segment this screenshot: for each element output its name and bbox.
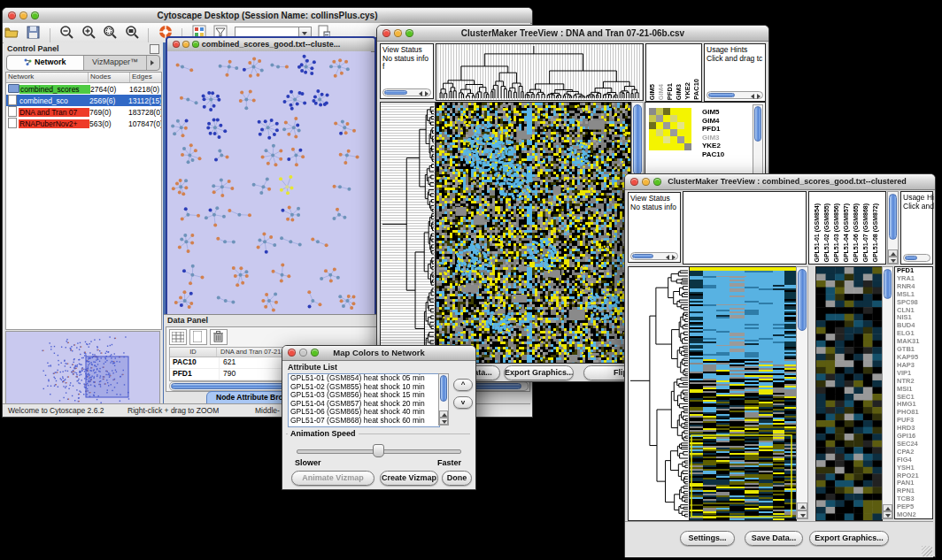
close-icon[interactable]	[288, 349, 296, 357]
network-view-canvas[interactable]	[167, 51, 371, 318]
animate-vizmap-button[interactable]: Animate Vizmap	[291, 471, 374, 486]
open-file-icon[interactable]	[4, 26, 19, 41]
network-nodes-count: 2764(0)	[90, 85, 129, 94]
create-vizmap-button[interactable]: Create Vizmap	[380, 471, 438, 486]
new-attribute-icon[interactable]	[189, 329, 207, 345]
faster-label: Faster	[437, 458, 461, 467]
tv2-usage-hscrollbar[interactable]	[903, 254, 930, 262]
delete-attribute-trash-icon[interactable]	[210, 329, 228, 345]
tv2-gene-list[interactable]: PFD1YRA1RNR4MSL1SPC98CLN1NIS1BUD4ELG1MAK…	[894, 266, 933, 519]
zoom-in-icon[interactable]	[81, 25, 97, 40]
tv1-column-labels-panel[interactable]: GIM5GIM4PFD1GIM3YKE2PAC10	[645, 43, 702, 102]
tv1-heatmap[interactable]	[436, 102, 631, 364]
attribute-item[interactable]: GPL51-06 (GSM865) heat shock 40 min	[289, 408, 439, 417]
move-up-button[interactable]: ^	[453, 379, 473, 391]
attribute-item[interactable]: GPL51-02 (GSM855) heat shock 10 min	[289, 383, 439, 392]
tv2-zoom-vscrollbar[interactable]	[882, 266, 893, 519]
zoom-selected-icon[interactable]	[102, 25, 118, 40]
animation-speed-group: Animation Speed Slower Faster	[286, 433, 470, 470]
tv2-status-hscrollbar[interactable]	[630, 252, 678, 260]
network-table-header: Network Nodes Edges	[6, 73, 161, 83]
control-panel: Control Panel Network VizMapper™ Network…	[4, 42, 164, 403]
tab-vizmapper[interactable]: VizMapper™	[84, 56, 146, 70]
table-mode-icon[interactable]	[169, 329, 187, 345]
tv1-row-label: GIM5	[702, 108, 724, 117]
export-graphics-button[interactable]: Export Graphics...	[504, 365, 574, 380]
attribute-item[interactable]: GPL51-01 (GSM854) heat shock 05 min	[289, 374, 439, 383]
network-list-row[interactable]: combined_scores2764(0)16218(0)	[6, 83, 161, 95]
network-name: combined_scores	[19, 85, 90, 94]
treeview1-titlebar[interactable]: ClusterMaker TreeView : DNA and Tran 07-…	[377, 26, 768, 42]
dp-col-id[interactable]: ID	[170, 348, 217, 357]
view-status-text: No status info	[630, 203, 676, 211]
float-panel-icon[interactable]	[150, 44, 159, 54]
tv1-status-hscrollbar[interactable]	[382, 88, 431, 96]
usage-hints-text: Click and	[903, 202, 934, 211]
zoom-out-icon[interactable]	[58, 25, 74, 40]
tv2-heatmap[interactable]	[689, 266, 797, 521]
status-zoom-hint: Right-click + drag to ZOOM	[127, 406, 219, 415]
tv1-row-dendrogram[interactable]	[380, 102, 436, 364]
attribute-list-label: Attribute List	[288, 363, 337, 372]
close-icon[interactable]	[630, 178, 638, 186]
tv2-column-label: GPL51-04 (GSM857)	[841, 203, 851, 263]
tv1-column-dendrogram[interactable]	[436, 43, 644, 101]
save-data-button[interactable]: Save Data...	[745, 531, 803, 546]
network-nodes-count: 769(0)	[89, 108, 128, 117]
tv2-heatmap-vscrollbar[interactable]	[796, 266, 808, 519]
done-button[interactable]: Done	[442, 471, 472, 486]
tab-network[interactable]: Network	[7, 56, 84, 70]
tv2-zoom-heatmap[interactable]	[815, 266, 883, 521]
save-icon[interactable]	[25, 26, 41, 41]
network-list-row[interactable]: DNA and Tran 07769(0)183728(0)	[6, 106, 161, 118]
attribute-list[interactable]: GPL51-01 (GSM854) heat shock 05 minGPL51…	[288, 373, 440, 427]
tv1-zoom-matrix[interactable]	[649, 108, 691, 150]
col-header-network[interactable]: Network	[6, 73, 89, 82]
tv2-row-dendrogram[interactable]	[628, 266, 690, 521]
network-list-row[interactable]: RNAPuberNov2+563(0)107847(0)	[6, 118, 161, 129]
tv1-view-status-panel: View StatusNo status info f	[380, 43, 434, 99]
close-icon[interactable]	[173, 41, 180, 48]
dialog-title: Map Colors to Network	[304, 348, 454, 357]
zoom-fit-icon[interactable]	[124, 25, 140, 40]
tv2-column-label: GPL51-07 (GSM868)	[861, 203, 870, 263]
tv1-row-label: GIM3	[702, 134, 724, 142]
tab-overflow-button[interactable]	[146, 56, 159, 70]
close-icon[interactable]	[382, 29, 390, 37]
resize-grip[interactable]	[922, 546, 932, 556]
tv2-column-labels-panel[interactable]: GPL51-01 (GSM854)GPL51-02 (GSM855)GPL51-…	[808, 191, 886, 265]
network-nodes-count: 563(0)	[89, 119, 128, 128]
dialog-titlebar[interactable]: Map Colors to Network	[282, 346, 475, 361]
tv1-usage-hscrollbar[interactable]	[706, 91, 763, 99]
settings-button[interactable]: Settings...	[680, 531, 735, 546]
slider-thumb[interactable]	[373, 444, 384, 457]
network-name: RNAPuberNov2+	[19, 119, 89, 128]
birdseye-view[interactable]	[5, 331, 160, 407]
attribute-item[interactable]: GPL51-03 (GSM856) heat shock 15 min	[289, 391, 439, 400]
gene-id-cell: PFD1	[170, 369, 220, 380]
network-edges-count: 183728(0)	[128, 108, 161, 117]
col-header-nodes[interactable]: Nodes	[89, 73, 130, 82]
network-view-titlebar[interactable]: combined_scores_good.txt--cluste...	[167, 38, 374, 52]
network-list-row[interactable]: combined_sco2569(6)13112(15)	[6, 95, 161, 106]
network-view-title: combined_scores_good.txt--cluste...	[189, 40, 353, 49]
move-down-button[interactable]: v	[453, 396, 473, 409]
network-tab-icon	[24, 58, 32, 65]
network-edges-count: 13112(15)	[128, 96, 161, 105]
tv2-column-tree-area[interactable]	[683, 191, 807, 265]
attribute-item[interactable]: GPL51-04 (GSM857) heat shock 20 min	[289, 400, 439, 409]
cytoscape-titlebar[interactable]: Cytoscape Desktop (Session Name: collins…	[3, 8, 532, 24]
usage-hints-label: Usage Hi	[903, 193, 934, 202]
document-icon	[8, 118, 19, 129]
gene-label[interactable]: MON2	[897, 511, 932, 519]
view-status-label: View Status	[630, 194, 670, 203]
close-icon[interactable]	[8, 12, 16, 19]
col-header-edges[interactable]: Edges	[130, 73, 161, 82]
attribute-item[interactable]: GPL51-07 (GSM868) heat shock 60 min	[289, 417, 439, 426]
attribute-list-vscrollbar[interactable]	[438, 373, 449, 426]
treeview2-titlebar[interactable]: ClusterMaker TreeView : combined_scores_…	[625, 174, 935, 190]
export-graphics-button[interactable]: Export Graphics...	[809, 531, 889, 546]
view-status-text: No status info f	[382, 54, 429, 72]
tv2-labels-vscrollbar[interactable]	[887, 191, 899, 265]
status-welcome: Welcome to Cytoscape 2.6.2	[8, 406, 104, 415]
